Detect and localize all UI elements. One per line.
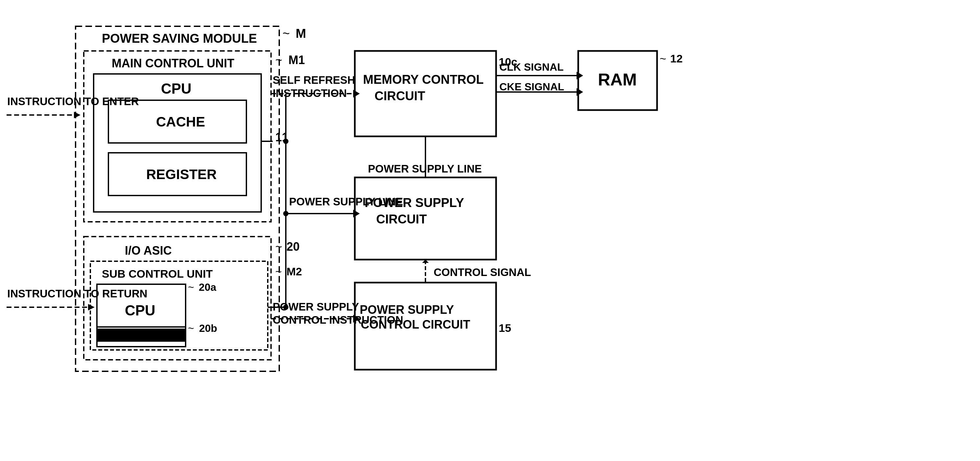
ref-m-tilde: ~ (283, 27, 290, 40)
ref-12: 12 (670, 52, 682, 65)
diagram-container: POWER SAVING MODULE ~ M MAIN CONTROL UNI… (0, 0, 980, 461)
ref-20b-tilde: ~ (188, 322, 194, 334)
ram-label: RAM (598, 70, 637, 89)
sram-label: SRAM (117, 329, 153, 343)
memory-control-circuit-label2: CIRCUIT (374, 89, 425, 103)
ref-12-tilde: ~ (660, 52, 666, 65)
self-refresh-label2: INSTRUCTION (273, 87, 347, 99)
control-signal-label: CONTROL SIGNAL (434, 266, 531, 278)
junction-dot-ref11 (283, 139, 288, 144)
io-asic-label: I/O ASIC (125, 244, 172, 257)
cke-signal-label: CKE SIGNAL (500, 81, 564, 93)
ref-m1-tilde: ~ (275, 53, 282, 67)
ref-m1: M1 (288, 53, 305, 67)
register-label: REGISTER (146, 167, 217, 182)
ref-20-tilde: ~ (275, 240, 282, 253)
sub-control-unit-label: SUB CONTROL UNIT (102, 267, 213, 280)
ref-m: M (296, 27, 306, 40)
ref-15: 15 (499, 322, 511, 334)
power-supply-circuit-label2: CIRCUIT (376, 212, 427, 226)
cache-label: CACHE (156, 114, 205, 129)
main-control-unit-label: MAIN CONTROL UNIT (112, 57, 234, 70)
cpu-main-label: CPU (161, 81, 191, 97)
power-supply-line-left-label: POWER SUPPLY LINE (289, 196, 403, 208)
cke-signal-arrow (577, 88, 583, 96)
self-refresh-label1: SELF REFRESH (273, 74, 355, 86)
ref-m2-tilde: ~ (275, 265, 282, 278)
junction-dot-psl (283, 211, 288, 216)
ref-20b: 20b (199, 322, 217, 334)
memory-control-circuit-label1: MEMORY CONTROL (363, 73, 484, 86)
clk-signal-arrow (577, 72, 583, 79)
ref-20: 20 (286, 240, 300, 253)
junction-dot-935 (283, 305, 288, 310)
ps-control-instruction-label2: CONTROL INSTRUCTION (273, 314, 403, 326)
instruction-to-return-label: INSTRUCTION TO RETURN (7, 288, 148, 300)
power-saving-module-box (76, 26, 279, 371)
self-refresh-arrow (353, 90, 360, 98)
ref-20a: 20a (199, 281, 216, 293)
instruction-to-return-arrow (88, 304, 95, 310)
instruction-to-enter-arrow (74, 112, 81, 118)
ref-m2: M2 (286, 265, 302, 278)
power-supply-line-arrow (353, 210, 360, 218)
ref-20a-tilde: ~ (188, 281, 194, 293)
power-saving-module-label: POWER SAVING MODULE (102, 32, 257, 45)
instruction-to-enter-label: INSTRUCTION TO ENTER (7, 95, 139, 107)
clk-signal-label: CLK SIGNAL (500, 61, 564, 73)
cpu-sub-label: CPU (125, 302, 155, 318)
